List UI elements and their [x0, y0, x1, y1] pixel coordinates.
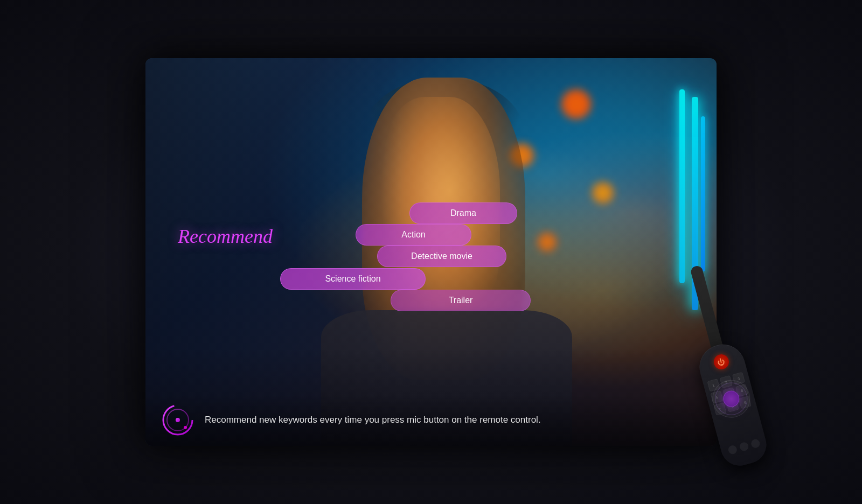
- keyword-bubble-trailer[interactable]: Trailer: [391, 290, 531, 311]
- remote-small-btn-1[interactable]: [727, 445, 738, 456]
- bottom-instruction-text: Recommend new keywords every time you pr…: [205, 415, 541, 425]
- remote-dpad-ring: [711, 379, 750, 418]
- svg-point-3: [184, 426, 187, 429]
- remote-main: 1 2 3 4 5 6 7 8 9: [694, 339, 770, 470]
- keyword-bubble-scifi[interactable]: Science fiction: [280, 268, 426, 290]
- svg-point-2: [176, 418, 180, 422]
- keyword-bubble-action[interactable]: Action: [356, 224, 471, 246]
- recommend-label: Recommend: [178, 225, 273, 248]
- remote-small-btn-2[interactable]: [739, 442, 749, 452]
- keyword-bubble-detective[interactable]: Detective movie: [377, 246, 506, 267]
- tv-screen: Recommend Drama Action Detective movie S…: [145, 58, 717, 446]
- keyword-bubble-drama[interactable]: Drama: [409, 202, 517, 224]
- ui-overlay: Recommend Drama Action Detective movie S…: [145, 58, 717, 446]
- mic-logo: [162, 404, 194, 436]
- remote-power-button[interactable]: [712, 353, 730, 371]
- tv-wrapper: Recommend Drama Action Detective movie S…: [145, 58, 717, 446]
- remote-bottom-buttons: [727, 438, 761, 455]
- remote-small-btn-3[interactable]: [750, 438, 761, 449]
- bottom-bar: Recommend new keywords every time you pr…: [145, 394, 717, 446]
